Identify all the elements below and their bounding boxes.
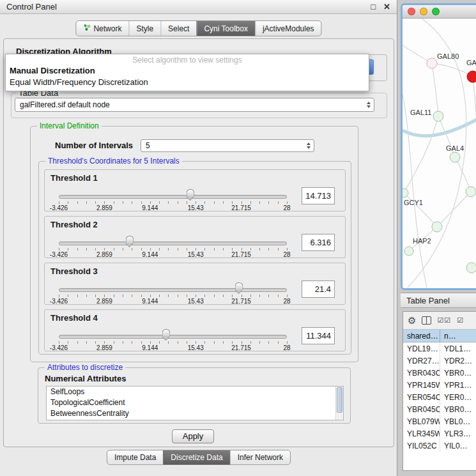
table-row[interactable]: YDL19…YDL1… <box>403 342 476 355</box>
table-row[interactable]: YPR145WYPR1… <box>403 379 476 391</box>
tab-impute-data[interactable]: Impute Data <box>107 450 163 464</box>
network-edge <box>404 116 438 193</box>
popup-option[interactable]: Equal Width/Frequency Discretization <box>6 76 369 88</box>
table-row[interactable]: YER054CYER0… <box>403 391 476 403</box>
popup-option[interactable]: Manual Discretization <box>6 65 369 76</box>
scale-label: 28 <box>283 298 290 305</box>
tab-select[interactable]: Select <box>160 21 196 36</box>
scale-label: 2.859 <box>96 204 112 211</box>
network-node[interactable] <box>403 188 408 197</box>
threshold-1-panel: Threshold 1 -3.4262.8599.14415.4321.7152… <box>44 169 346 211</box>
scale-label: 15.43 <box>188 344 204 351</box>
gear-icon[interactable]: ⚙ <box>408 316 416 325</box>
table-body: YDL19…YDL1…YDR27…YDR2…YBR043CYBR0…YPR145… <box>403 342 476 470</box>
threshold-1-value-field[interactable]: 14.713 <box>302 187 335 204</box>
threshold-2-label: Threshold 2 <box>50 220 98 229</box>
network-view-window: GAL80GAGAL11GAL4GCY1HAP2 <box>401 3 476 290</box>
table-row[interactable]: YIL052CYIL0… <box>403 440 476 452</box>
tab-cyni-toolbox[interactable]: Cyni Toolbox <box>196 21 254 36</box>
tab-style[interactable]: Style <box>128 21 160 36</box>
cell-name: YPR1… <box>440 379 476 391</box>
float-window-icon[interactable]: □ <box>371 3 376 11</box>
minimize-button[interactable] <box>420 8 427 15</box>
network-node[interactable] <box>467 71 476 82</box>
slider-scale: -3.4262.8599.14415.4321.71528 <box>59 204 287 211</box>
node-label: HAP2 <box>413 237 431 245</box>
scale-label: 28 <box>283 344 290 351</box>
column-header-name[interactable]: n… <box>440 330 476 342</box>
columns-icon[interactable] <box>422 316 431 325</box>
cell-name: YBL0… <box>440 415 476 427</box>
scale-label: 15.43 <box>188 298 204 305</box>
threshold-4-panel: Threshold 4 -3.4262.8599.14415.4321.7152… <box>44 309 346 351</box>
network-node[interactable] <box>432 222 442 232</box>
table-panel-window: ⚙ ☑☑ ☑ shared… n… YDL19…YDL1…YDR27…YDR2…… <box>403 311 476 471</box>
list-item[interactable]: BetweennessCentrality <box>47 408 343 419</box>
threshold-3-value-field[interactable]: 21.4 <box>302 280 335 298</box>
scale-label: 21.715 <box>231 344 251 351</box>
scrollbar-thumb[interactable] <box>337 387 342 413</box>
network-edge <box>432 63 438 116</box>
threshold-3-panel: Threshold 3 -3.4262.8599.14415.4321.7152… <box>44 263 346 305</box>
table-row[interactable]: YBR043CYBR0… <box>403 367 476 379</box>
list-scrollbar[interactable] <box>335 387 343 420</box>
attributes-group-title: Attributes to discretize <box>45 363 125 372</box>
tab-jactivemodules[interactable]: jActiveModules <box>255 21 321 36</box>
network-icon <box>83 24 91 33</box>
slider-ticks <box>59 341 288 344</box>
select-columns-icon[interactable]: ☑☑ <box>437 316 451 325</box>
close-button[interactable] <box>408 8 415 15</box>
slider-scale: -3.4262.8599.14415.4321.71528 <box>59 344 287 351</box>
slider-ticks <box>59 201 288 204</box>
cell-name: YER0… <box>440 391 476 403</box>
slider-thumb[interactable] <box>235 282 243 289</box>
scale-label: 2.859 <box>96 298 112 305</box>
slider-thumb[interactable] <box>187 189 195 196</box>
number-of-intervals-combobox[interactable]: 5 <box>141 139 314 152</box>
table-panel-header[interactable]: Table Panel <box>401 293 476 308</box>
network-node[interactable] <box>466 187 476 197</box>
network-edge <box>455 157 471 192</box>
threshold-2-value-field[interactable]: 6.316 <box>302 234 335 251</box>
network-node[interactable] <box>466 263 476 273</box>
table-data-value: galFiltered.sif default node <box>20 100 110 109</box>
zoom-button[interactable] <box>432 8 440 15</box>
table-row[interactable]: YBL079WYBL0… <box>403 415 476 427</box>
slider-thumb[interactable] <box>162 329 170 336</box>
table-row[interactable]: YBR045CYBR0… <box>403 403 476 415</box>
node-label: GAL4 <box>446 144 464 152</box>
list-item[interactable]: TopologicalCoefficient <box>47 397 343 408</box>
tab-network[interactable]: Network <box>76 21 128 36</box>
slider-thumb[interactable] <box>125 236 134 243</box>
scale-label: 15.43 <box>188 204 204 211</box>
network-node[interactable] <box>404 247 413 256</box>
bottom-tabbar: Impute Data Discretize Data Infer Networ… <box>107 450 291 465</box>
table-row[interactable]: YLR345WYLR3… <box>403 427 476 440</box>
tab-discretize-data[interactable]: Discretize Data <box>163 450 229 464</box>
apply-button[interactable]: Apply <box>172 429 214 443</box>
scale-label: 15.43 <box>188 251 204 258</box>
network-node[interactable] <box>433 111 443 121</box>
scale-label: 9.144 <box>142 298 158 305</box>
table-header-row: shared… n… <box>403 330 476 342</box>
network-canvas[interactable]: GAL80GAGAL11GAL4GCY1HAP2 <box>403 19 476 288</box>
scale-label: -3.426 <box>50 344 68 351</box>
attributes-list[interactable]: SelfLoopsTopologicalCoefficientBetweenne… <box>46 386 344 420</box>
column-header-shared-name[interactable]: shared… <box>403 330 440 342</box>
deselect-columns-icon[interactable]: ☑ <box>457 316 464 325</box>
table-data-combobox[interactable]: galFiltered.sif default node <box>15 98 374 112</box>
scale-label: 21.715 <box>231 298 251 305</box>
top-tabbar: Network Style Select Cyni Toolbox jActiv… <box>75 20 321 36</box>
cell-shared-name: YBR045C <box>403 403 440 415</box>
threshold-4-value-field[interactable]: 11.344 <box>302 327 335 344</box>
node-label: GAL80 <box>437 52 459 60</box>
list-item[interactable]: SelfLoops <box>47 387 343 397</box>
cell-shared-name: YPR145W <box>403 379 440 391</box>
tab-infer-network[interactable]: Infer Network <box>230 450 290 464</box>
network-node[interactable] <box>427 58 437 68</box>
cell-name: YDL1… <box>440 342 476 355</box>
table-row[interactable]: YDR27…YDR2… <box>403 355 476 367</box>
network-node[interactable] <box>450 152 460 162</box>
cell-shared-name: YER054C <box>403 391 440 403</box>
close-window-icon[interactable]: ✕ <box>383 3 390 11</box>
